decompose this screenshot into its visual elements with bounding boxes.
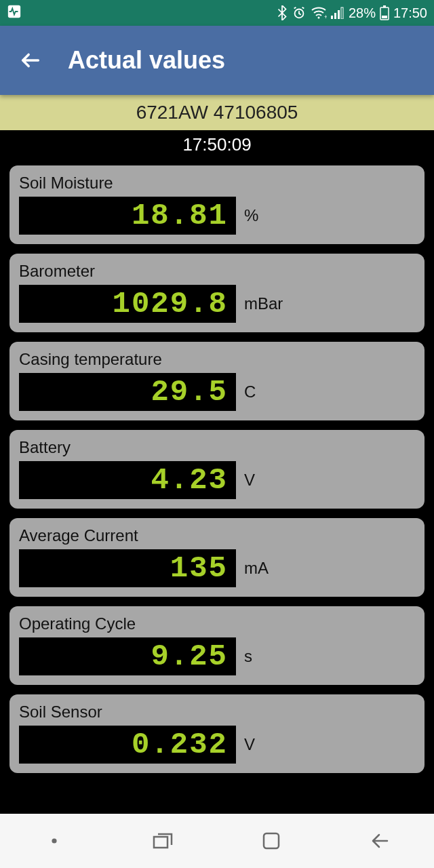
nav-recents-button[interactable] [122,831,203,850]
page-title: Actual values [68,46,225,75]
reading-card: Barometer 1029.8 mBar [9,254,425,332]
home-icon [261,831,281,851]
activity-icon [7,4,22,19]
bluetooth-icon [277,5,288,20]
svg-rect-10 [382,16,387,18]
reading-card: Operating Cycle 9.25 s [9,606,425,685]
reading-unit: % [244,206,258,225]
reading-unit: mA [244,559,269,578]
reading-label: Soil Moisture [19,174,415,193]
reading-label: Barometer [19,262,415,281]
nav-home-button[interactable] [231,831,312,851]
dot-icon [50,837,58,845]
reading-value: 135 [19,549,236,587]
reading-value: 1029.8 [19,285,236,323]
reading-value: 0.232 [19,726,236,764]
svg-point-11 [52,838,56,843]
reading-card: Soil Moisture 18.81 % [9,165,425,244]
alarm-icon [292,5,307,20]
system-nav-bar [0,814,434,868]
svg-point-2 [317,17,319,19]
reading-unit: V [244,471,255,490]
battery-percent: 28% [349,5,376,21]
timestamp: 17:50:09 [0,130,434,159]
svg-text:+: + [324,14,327,20]
reading-unit: V [244,735,255,754]
svg-rect-12 [264,833,279,848]
reading-unit: C [244,382,256,401]
reading-card: Soil Sensor 0.232 V [9,694,425,773]
status-bar: + 28% 17:50 [0,0,434,26]
nav-back-button[interactable] [339,832,420,850]
back-button[interactable] [14,49,47,72]
svg-rect-4 [331,16,333,19]
device-banner: 6721AW 47106805 [0,95,434,130]
app-bar: Actual values [0,26,434,95]
reading-value: 18.81 [19,197,236,235]
arrow-left-icon [19,49,42,72]
svg-rect-9 [383,5,386,7]
battery-icon [380,5,389,20]
reading-unit: mBar [244,294,283,313]
reading-value: 4.23 [19,461,236,499]
svg-rect-5 [334,13,336,19]
recents-icon [151,831,174,850]
reading-value: 9.25 [19,637,236,675]
reading-card: Casing temperature 29.5 C [9,342,425,420]
reading-unit: s [244,647,252,666]
svg-rect-7 [341,7,343,19]
status-clock: 17:50 [393,5,427,21]
reading-label: Casing temperature [19,350,415,369]
svg-rect-6 [338,10,340,19]
reading-card: Average Current 135 mA [9,518,425,597]
reading-label: Soil Sensor [19,703,415,722]
reading-value: 29.5 [19,373,236,411]
reading-label: Battery [19,438,415,457]
wifi-icon: + [311,6,327,20]
back-icon [370,832,390,850]
nav-menu-button[interactable] [14,837,95,845]
reading-label: Average Current [19,526,415,545]
signal-icon [331,7,344,19]
reading-label: Operating Cycle [19,614,415,633]
reading-card: Battery 4.23 V [9,430,425,509]
readings-list[interactable]: Soil Moisture 18.81 % Barometer 1029.8 m… [0,159,434,814]
